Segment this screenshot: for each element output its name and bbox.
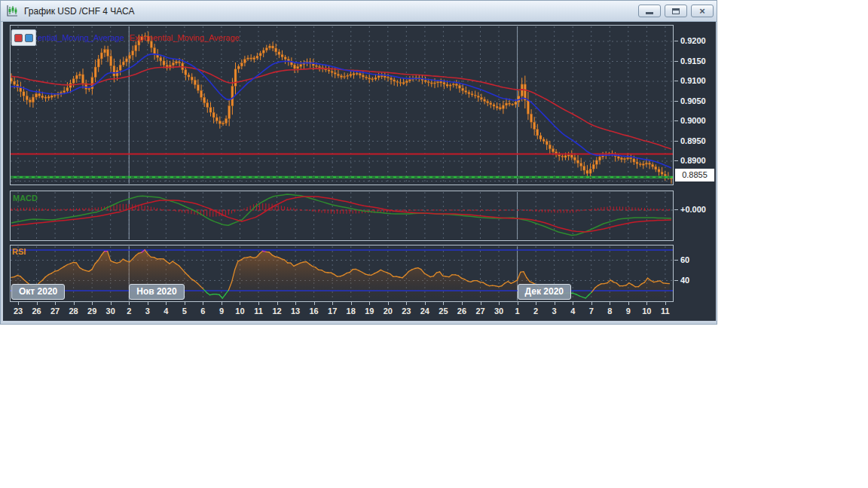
time-tick-label: 27	[475, 307, 484, 316]
time-tick	[555, 302, 555, 305]
time-tick-label: 25	[439, 307, 448, 316]
time-tick-label: 30	[494, 307, 503, 316]
price-axis[interactable]: 0.8855 0.92000.91500.91000.90500.90000.8…	[674, 22, 716, 321]
main-chart-panel[interactable]	[10, 25, 674, 185]
time-tick	[111, 302, 112, 305]
time-tick-label: 10	[235, 307, 244, 316]
price-tick-label: 0.9150	[680, 56, 706, 66]
time-tick-label: 17	[328, 307, 337, 316]
time-tick-label: 19	[365, 307, 374, 316]
time-tick	[536, 302, 536, 305]
indicator-legend: ential_Moving_Average Exponential_Moving…	[11, 29, 240, 46]
time-tick-label: 3	[145, 307, 150, 316]
time-tick-label: 4	[164, 307, 168, 316]
main-grid	[18, 26, 665, 184]
chart-window: График USD /CHF 4 ЧАСА × ential_Moving_A…	[0, 0, 717, 325]
price-tick-label: 0.9200	[680, 36, 706, 45]
maximize-button[interactable]	[665, 5, 687, 17]
time-tick	[74, 302, 75, 305]
window-controls: ×	[638, 5, 714, 17]
time-tick	[573, 302, 573, 305]
rsi-panel[interactable]	[10, 245, 674, 302]
minimize-icon	[646, 12, 653, 14]
month-badge: Дек 2020	[518, 284, 571, 300]
time-tick-label: 9	[626, 307, 631, 316]
time-tick	[628, 302, 629, 305]
time-tick	[406, 302, 407, 305]
close-button[interactable]: ×	[691, 5, 714, 17]
time-tick	[314, 302, 315, 305]
maximize-icon	[672, 8, 680, 14]
rsi-label: RSI	[12, 247, 26, 256]
time-tick-label: 2	[127, 307, 131, 316]
time-tick-label: 6	[200, 307, 205, 316]
time-tick	[388, 302, 389, 305]
time-tick	[37, 302, 38, 305]
time-tick	[166, 302, 167, 305]
time-tick	[610, 302, 610, 305]
window-titlebar[interactable]: График USD /CHF 4 ЧАСА ×	[1, 1, 717, 22]
window-title: График USD /CHF 4 ЧАСА	[24, 6, 134, 17]
time-tick	[591, 302, 592, 305]
blue-square-button[interactable]	[25, 34, 33, 42]
rsi-tick-label: 60	[680, 255, 689, 264]
macd-panel[interactable]	[10, 191, 674, 241]
time-tick-label: 23	[402, 307, 411, 316]
time-tick-label: 29	[87, 307, 96, 316]
time-tick	[129, 302, 130, 305]
time-tick	[277, 302, 278, 305]
ema-blue-legend-label: ential_Moving_Average	[38, 33, 124, 42]
time-tick-label: 7	[589, 307, 594, 316]
rsi-tick-label: 40	[680, 276, 689, 285]
time-tick	[332, 302, 333, 305]
time-tick-label: 11	[254, 307, 263, 316]
time-tick-label: 28	[69, 307, 78, 316]
minimize-button[interactable]	[638, 5, 661, 17]
price-tick-label: 0.8950	[680, 136, 706, 145]
time-axis[interactable]: 2326272829302345691011121316171819202324…	[1, 302, 714, 321]
close-icon: ×	[699, 6, 705, 16]
macd-chart-svg[interactable]	[11, 191, 673, 240]
time-tick-label: 26	[32, 307, 41, 316]
time-tick	[203, 302, 203, 305]
time-tick	[18, 302, 19, 305]
time-tick	[148, 302, 148, 305]
time-tick-label: 26	[457, 307, 466, 316]
time-tick	[185, 302, 185, 305]
price-tick-label: 0.9050	[680, 96, 706, 105]
time-tick	[351, 302, 352, 305]
red-square-button[interactable]	[14, 34, 23, 42]
macd-label: MACD	[13, 194, 38, 203]
time-tick-label: 4	[570, 307, 575, 316]
time-tick	[665, 302, 666, 305]
time-tick-label: 23	[14, 307, 23, 316]
time-tick-label: 11	[661, 307, 670, 316]
macd-grid	[18, 192, 665, 239]
time-tick-label: 27	[50, 307, 60, 316]
time-tick-label: 20	[384, 307, 393, 316]
rsi-chart-svg[interactable]	[11, 246, 673, 301]
price-chart-svg[interactable]	[11, 26, 673, 185]
macd-zero-label: +0.000	[680, 205, 706, 214]
price-tick-label: 0.9100	[680, 76, 706, 85]
time-tick-label: 30	[106, 307, 115, 316]
time-tick-label: 3	[552, 307, 557, 316]
price-tick-label: 0.8900	[680, 156, 706, 165]
time-tick-label: 1	[515, 307, 520, 316]
price-tick-label: 0.9000	[680, 116, 706, 125]
time-tick	[240, 302, 240, 305]
time-tick	[481, 302, 481, 305]
current-price-box: 0.8855	[675, 169, 714, 181]
time-tick-label: 12	[272, 307, 281, 316]
time-tick-label: 16	[310, 307, 319, 316]
candles-layer	[11, 36, 673, 179]
time-tick	[258, 302, 259, 305]
ema-red-legend-label: Exponential_Moving_Average	[130, 33, 240, 42]
time-tick	[369, 302, 370, 305]
time-tick-label: 2	[533, 307, 538, 316]
time-tick-label: 24	[420, 307, 429, 316]
month-badge: Нов 2020	[129, 284, 184, 300]
time-tick-label: 5	[182, 307, 187, 316]
time-tick	[646, 302, 647, 305]
time-tick	[518, 302, 518, 305]
